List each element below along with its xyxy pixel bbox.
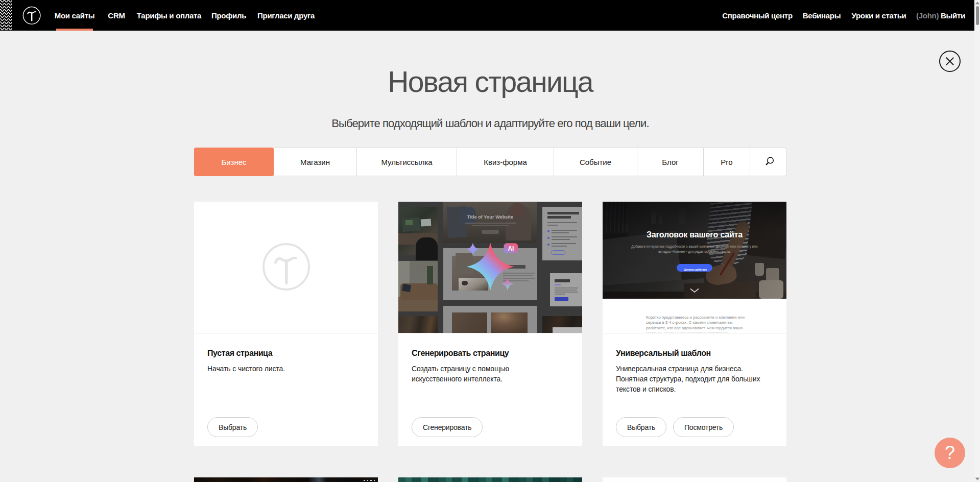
svg-text:AI: AI xyxy=(508,245,514,252)
